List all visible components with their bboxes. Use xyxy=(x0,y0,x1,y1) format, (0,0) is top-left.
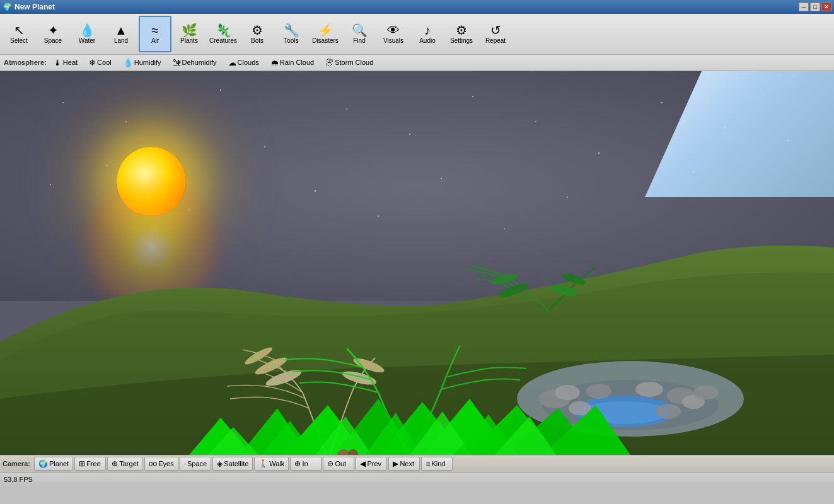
toolbar-btn-tools-label: Tools xyxy=(284,37,298,44)
svg-point-30 xyxy=(656,404,681,419)
cam-btn-kind-label: Kind xyxy=(431,460,445,467)
cam-btn-satellite-label: Satellite xyxy=(224,460,248,467)
svg-marker-46 xyxy=(466,405,558,455)
svg-point-28 xyxy=(667,387,695,404)
svg-point-56 xyxy=(337,449,350,455)
cam-btn-free-label: Free xyxy=(86,460,101,467)
atm-btn-dehumidify-label: Dehumidify xyxy=(182,59,217,66)
cam-btn-space[interactable]: ·Space xyxy=(180,457,212,471)
toolbar-btn-bots-label: Bots xyxy=(251,37,264,44)
atm-btn-rain-cloud-label: Rain Cloud xyxy=(280,59,314,66)
cam-btn-target[interactable]: ⊕Target xyxy=(107,457,143,471)
svg-point-57 xyxy=(348,449,358,455)
app-icon: 🌍 xyxy=(3,3,12,11)
svg-marker-41 xyxy=(240,408,309,455)
minimize-button[interactable]: ─ xyxy=(799,3,809,11)
atm-btn-humidify[interactable]: 💧Humidify xyxy=(119,56,166,69)
svg-marker-53 xyxy=(410,411,472,455)
cam-btn-out[interactable]: ⊖Out xyxy=(323,457,354,471)
bots-icon: ⚙ xyxy=(252,24,263,37)
main-toolbar: ↖Select✦Space💧Water▲Land≈Air🌿Plants🦎Crea… xyxy=(0,14,834,55)
planet-cam-icon: 🌍 xyxy=(38,459,48,468)
svg-marker-48 xyxy=(542,405,630,455)
toolbar-btn-water[interactable]: 💧Water xyxy=(71,16,103,52)
atm-btn-clouds-label: Clouds xyxy=(238,59,259,66)
creatures-icon: 🦎 xyxy=(216,24,231,37)
svg-marker-43 xyxy=(334,399,416,455)
svg-marker-51 xyxy=(315,416,372,455)
rain-cloud-icon: 🌧 xyxy=(270,58,279,67)
cam-btn-kind[interactable]: ≡Kind xyxy=(421,457,453,471)
atmosphere-bar: Atmosphere: 🌡Heat❄Cool💧Humidify🏜Dehumidi… xyxy=(0,55,834,71)
atm-btn-humidify-label: Humidify xyxy=(134,59,161,66)
satellite-cam-icon: ◈ xyxy=(217,459,223,468)
storm-cloud-icon: ⛈ xyxy=(325,58,333,67)
toolbar-btn-disasters[interactable]: ⚡Disasters xyxy=(309,16,342,52)
cam-btn-space-label: Space xyxy=(187,460,207,467)
atm-btn-clouds[interactable]: ☁Clouds xyxy=(224,56,264,69)
toolbar-btn-plants-label: Plants xyxy=(180,37,198,44)
toolbar-btn-air-label: Air xyxy=(151,37,159,44)
titlebar: 🌍 New Planet ─ □ ✕ xyxy=(0,0,834,14)
cam-btn-eyes[interactable]: ooEyes xyxy=(144,457,178,471)
toolbar-btn-air[interactable]: ≈Air xyxy=(139,16,171,52)
svg-point-27 xyxy=(555,385,580,400)
toolbar-btn-select[interactable]: ↖Select xyxy=(3,16,35,52)
cam-btn-next[interactable]: ▶Next xyxy=(388,457,420,471)
svg-marker-50 xyxy=(262,421,315,455)
toolbar-btn-land[interactable]: ▲Land xyxy=(105,16,137,52)
svg-point-39 xyxy=(352,356,386,375)
toolbar-btn-disasters-label: Disasters xyxy=(312,37,339,44)
close-button[interactable]: ✕ xyxy=(821,3,831,11)
toolbar-btn-creatures[interactable]: 🦎Creatures xyxy=(207,16,240,52)
svg-point-31 xyxy=(569,401,591,415)
atm-btn-rain-cloud[interactable]: 🌧Rain Cloud xyxy=(266,56,318,69)
cam-btn-out-label: Out xyxy=(335,460,346,467)
dehumidify-icon: 🏜 xyxy=(173,58,181,67)
atm-btn-storm-cloud[interactable]: ⛈Storm Cloud xyxy=(321,56,378,69)
air-icon: ≈ xyxy=(152,24,159,37)
toolbar-btn-find[interactable]: 🔍Find xyxy=(343,16,376,52)
toolbar-btn-space[interactable]: ✦Space xyxy=(37,16,69,52)
plants-icon: 🌿 xyxy=(182,24,197,37)
atm-btn-cool[interactable]: ❄Cool xyxy=(84,56,116,69)
svg-marker-44 xyxy=(378,402,466,455)
cam-btn-free[interactable]: ⊞Free xyxy=(74,457,106,471)
water-icon: 💧 xyxy=(79,24,95,37)
visuals-icon: 👁 xyxy=(387,24,400,37)
audio-icon: ♪ xyxy=(424,24,431,37)
clouds-icon: ☁ xyxy=(228,58,236,67)
toolbar-btn-bots[interactable]: ⚙Bots xyxy=(241,16,274,52)
kind-cam-icon: ≡ xyxy=(426,459,430,468)
toolbar-btn-tools[interactable]: 🔧Tools xyxy=(275,16,308,52)
heat-icon: 🌡 xyxy=(54,58,62,67)
svg-point-38 xyxy=(341,369,378,387)
toolbar-btn-repeat[interactable]: ↺Repeat xyxy=(479,16,512,52)
atm-btn-dehumidify[interactable]: 🏜Dehumidify xyxy=(168,56,221,69)
tools-icon: 🔧 xyxy=(284,24,299,37)
toolbar-btn-repeat-label: Repeat xyxy=(485,37,506,44)
toolbar-btn-space-label: Space xyxy=(44,37,62,44)
window-title: New Planet xyxy=(14,3,55,11)
titlebar-title-area: 🌍 New Planet xyxy=(3,3,55,11)
atm-btn-heat[interactable]: 🌡Heat xyxy=(49,56,82,69)
toolbar-btn-plants[interactable]: 🌿Plants xyxy=(173,16,206,52)
svg-marker-42 xyxy=(284,405,366,455)
toolbar-btn-audio[interactable]: ♪Audio xyxy=(411,16,444,52)
space-cam-icon: · xyxy=(184,459,186,468)
svg-point-24 xyxy=(574,396,675,427)
toolbar-btn-creatures-label: Creatures xyxy=(209,37,237,44)
cam-btn-planet[interactable]: 🌍Planet xyxy=(34,457,73,471)
cam-btn-prev[interactable]: ◀Prev xyxy=(356,457,387,471)
maximize-button[interactable]: □ xyxy=(810,3,820,11)
toolbar-btn-select-label: Select xyxy=(10,37,28,44)
cam-btn-in[interactable]: ⊕In xyxy=(290,457,321,471)
svg-marker-47 xyxy=(504,408,596,455)
camera-bar: Camera: 🌍Planet⊞Free⊕TargetooEyes·Space◈… xyxy=(0,455,834,472)
toolbar-btn-find-label: Find xyxy=(353,37,365,44)
toolbar-btn-visuals[interactable]: 👁Visuals xyxy=(377,16,410,52)
svg-marker-45 xyxy=(422,399,511,455)
toolbar-btn-settings[interactable]: ⚙Settings xyxy=(445,16,478,52)
cam-btn-satellite[interactable]: ◈Satellite xyxy=(212,457,253,471)
cam-btn-walk[interactable]: 🚶Walk xyxy=(254,457,289,471)
